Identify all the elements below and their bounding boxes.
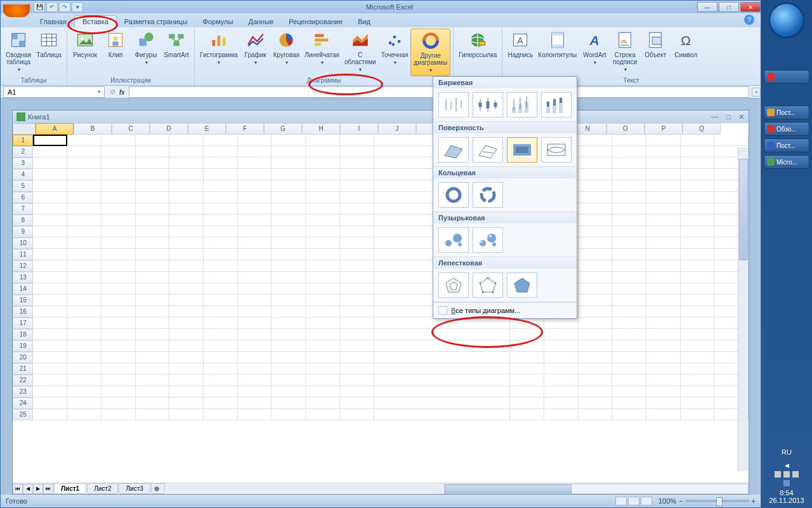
cell[interactable] — [646, 375, 681, 386]
name-box[interactable]: A1▾ — [3, 86, 105, 98]
cell[interactable] — [136, 409, 170, 420]
cell[interactable] — [306, 352, 340, 363]
cell[interactable] — [169, 352, 204, 363]
cell[interactable] — [612, 260, 646, 272]
cell[interactable] — [204, 146, 238, 157]
row-header[interactable]: 1 — [13, 135, 33, 146]
cell[interactable] — [306, 203, 340, 215]
row-header[interactable]: 8 — [13, 215, 33, 226]
tray-clock-time[interactable]: 8:54 — [769, 489, 804, 497]
cell[interactable] — [681, 203, 715, 215]
cell[interactable] — [102, 375, 136, 386]
cell[interactable] — [306, 180, 340, 192]
cell[interactable] — [136, 226, 170, 237]
col-header-A[interactable]: A — [36, 123, 74, 135]
cell[interactable] — [272, 260, 306, 272]
cell[interactable] — [306, 249, 340, 260]
cell[interactable] — [67, 306, 102, 318]
cell[interactable] — [169, 409, 204, 420]
tab-home[interactable]: Главная — [32, 16, 74, 27]
cell[interactable] — [681, 260, 715, 272]
cell[interactable] — [612, 398, 646, 409]
cell[interactable] — [67, 283, 102, 295]
stock-chart-option-4[interactable] — [541, 92, 572, 117]
column-chart-button[interactable]: Гистограмма — [197, 29, 240, 76]
headerfooter-button[interactable]: Колонтитулы — [535, 29, 579, 76]
cell[interactable] — [204, 283, 238, 295]
cell[interactable] — [681, 272, 715, 283]
row-header[interactable]: 13 — [13, 272, 33, 283]
cell[interactable] — [340, 398, 374, 409]
cell[interactable] — [67, 157, 102, 169]
select-all-corner[interactable] — [13, 123, 36, 135]
cell[interactable] — [204, 306, 238, 318]
cell[interactable] — [33, 375, 67, 386]
row-header[interactable]: 2 — [13, 146, 33, 157]
cell[interactable] — [612, 226, 646, 237]
cell[interactable] — [204, 157, 238, 169]
cell[interactable] — [169, 180, 204, 192]
cell[interactable] — [67, 146, 102, 157]
cell[interactable] — [33, 363, 67, 375]
tab-review[interactable]: Рецензирование — [281, 16, 350, 27]
area-chart-button[interactable]: С областями — [342, 29, 379, 76]
cell[interactable] — [681, 283, 715, 295]
cell[interactable] — [510, 375, 544, 386]
stock-chart-option-2[interactable] — [473, 92, 503, 117]
cell[interactable] — [169, 215, 204, 226]
cell[interactable] — [67, 215, 102, 226]
cell[interactable] — [646, 215, 681, 226]
cell[interactable] — [169, 169, 204, 180]
tab-view[interactable]: Вид — [350, 16, 378, 27]
workbook-close-button[interactable]: ✕ — [738, 112, 745, 121]
cell[interactable] — [33, 135, 67, 146]
cell[interactable] — [169, 375, 204, 386]
cell[interactable] — [169, 340, 204, 352]
cell[interactable] — [681, 146, 715, 157]
cell[interactable] — [340, 180, 374, 192]
cell[interactable] — [272, 215, 306, 226]
cell[interactable] — [169, 192, 204, 203]
cell[interactable] — [374, 398, 511, 409]
fx-label[interactable]: fx — [119, 88, 125, 96]
cell[interactable] — [681, 157, 715, 169]
row-header[interactable]: 10 — [13, 237, 33, 249]
cell[interactable] — [272, 146, 306, 157]
shapes-button[interactable]: Фигуры — [131, 29, 161, 76]
cell[interactable] — [340, 237, 374, 249]
cell[interactable] — [340, 352, 374, 363]
cell[interactable] — [340, 363, 374, 375]
cell[interactable] — [340, 203, 374, 215]
cell[interactable] — [340, 306, 374, 318]
cell[interactable] — [33, 283, 67, 295]
table-button[interactable]: Таблица — [34, 29, 64, 76]
cell[interactable] — [102, 169, 136, 180]
row-header[interactable]: 23 — [13, 386, 33, 398]
row-header[interactable]: 19 — [13, 340, 33, 352]
cell[interactable] — [169, 260, 204, 272]
taskbar-item[interactable]: Micro... — [764, 155, 809, 169]
cell[interactable] — [579, 409, 613, 420]
picture-button[interactable]: Рисунок — [70, 29, 100, 76]
cell[interactable] — [544, 398, 579, 409]
cell[interactable] — [102, 329, 136, 340]
cell[interactable] — [579, 386, 613, 398]
taskbar-item[interactable] — [764, 70, 809, 84]
wordart-button[interactable]: A WordArt — [579, 29, 610, 76]
gallery-all-types[interactable]: Все типы диаграмм... — [433, 302, 577, 318]
tray-icon[interactable] — [783, 471, 790, 478]
signature-line-button[interactable]: Строка подписи — [610, 29, 640, 76]
cell[interactable] — [681, 215, 715, 226]
vertical-scrollbar[interactable] — [738, 147, 748, 471]
textbox-button[interactable]: A Надпись — [505, 29, 535, 76]
cell[interactable] — [204, 169, 238, 180]
cell[interactable] — [238, 295, 272, 306]
cell[interactable] — [136, 398, 170, 409]
cell[interactable] — [136, 169, 170, 180]
object-button[interactable]: Объект — [640, 29, 671, 76]
cell[interactable] — [169, 203, 204, 215]
cell[interactable] — [272, 329, 306, 340]
doughnut-chart-option-2[interactable] — [473, 182, 503, 208]
cell[interactable] — [238, 237, 272, 249]
col-header[interactable]: I — [340, 123, 378, 135]
